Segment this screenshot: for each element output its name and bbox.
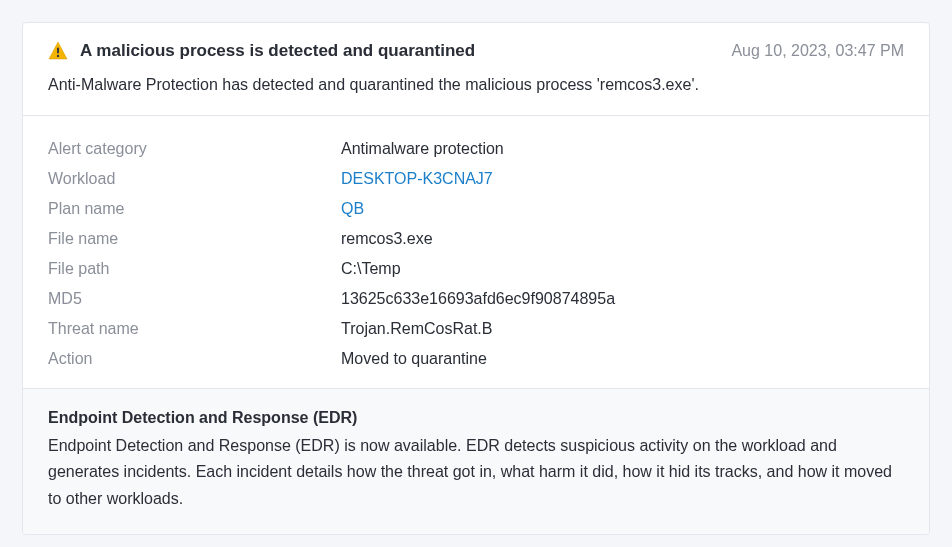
detail-value: 13625c633e16693afd6ec9f90874895a bbox=[341, 290, 615, 308]
detail-row: Threat nameTrojan.RemCosRat.B bbox=[48, 314, 904, 344]
detail-row: File pathC:\Temp bbox=[48, 254, 904, 284]
detail-label: File path bbox=[48, 260, 341, 278]
edr-title: Endpoint Detection and Response (EDR) bbox=[48, 409, 904, 427]
detail-label: Plan name bbox=[48, 200, 341, 218]
svg-point-1 bbox=[57, 55, 59, 57]
detail-row: ActionMoved to quarantine bbox=[48, 344, 904, 374]
detail-row: File nameremcos3.exe bbox=[48, 224, 904, 254]
detail-label: Threat name bbox=[48, 320, 341, 338]
detail-row: WorkloadDESKTOP-K3CNAJ7 bbox=[48, 164, 904, 194]
detail-label: Workload bbox=[48, 170, 341, 188]
detail-label: Alert category bbox=[48, 140, 341, 158]
alert-title: A malicious process is detected and quar… bbox=[80, 41, 475, 61]
edr-text: Endpoint Detection and Response (EDR) is… bbox=[48, 433, 904, 512]
detail-row: MD513625c633e16693afd6ec9f90874895a bbox=[48, 284, 904, 314]
alert-header-left: A malicious process is detected and quar… bbox=[48, 41, 475, 61]
detail-row: Alert categoryAntimalware protection bbox=[48, 134, 904, 164]
alert-description: Anti-Malware Protection has detected and… bbox=[48, 73, 904, 97]
edr-section: Endpoint Detection and Response (EDR) En… bbox=[23, 388, 929, 534]
detail-label: MD5 bbox=[48, 290, 341, 308]
svg-rect-0 bbox=[57, 48, 59, 54]
alert-header: A malicious process is detected and quar… bbox=[23, 23, 929, 116]
detail-value: remcos3.exe bbox=[341, 230, 433, 248]
detail-label: File name bbox=[48, 230, 341, 248]
alert-header-top: A malicious process is detected and quar… bbox=[48, 41, 904, 61]
alert-details: Alert categoryAntimalware protectionWork… bbox=[23, 116, 929, 388]
alert-card: A malicious process is detected and quar… bbox=[22, 22, 930, 535]
warning-icon bbox=[48, 41, 68, 61]
detail-value-link[interactable]: QB bbox=[341, 200, 364, 218]
alert-timestamp: Aug 10, 2023, 03:47 PM bbox=[731, 42, 904, 60]
detail-row: Plan nameQB bbox=[48, 194, 904, 224]
detail-label: Action bbox=[48, 350, 341, 368]
detail-value: C:\Temp bbox=[341, 260, 401, 278]
detail-value: Antimalware protection bbox=[341, 140, 504, 158]
detail-value: Moved to quarantine bbox=[341, 350, 487, 368]
detail-value-link[interactable]: DESKTOP-K3CNAJ7 bbox=[341, 170, 493, 188]
detail-value: Trojan.RemCosRat.B bbox=[341, 320, 492, 338]
